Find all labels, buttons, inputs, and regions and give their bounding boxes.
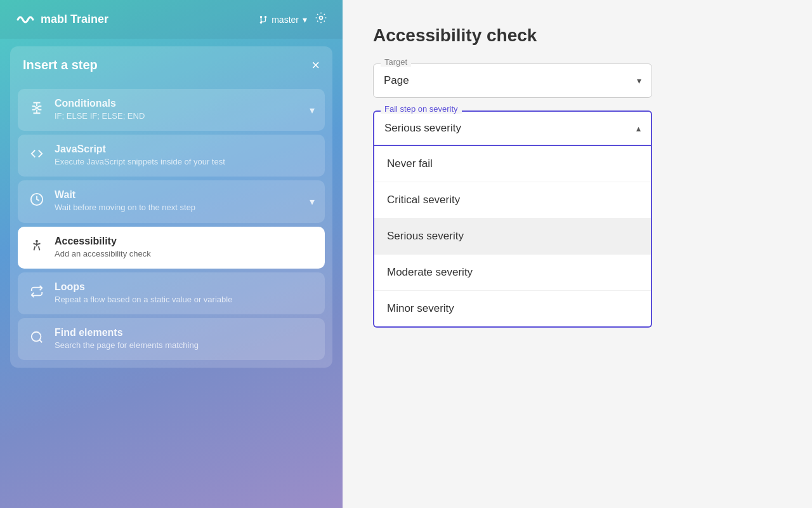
accessibility-name: Accessibility (55, 236, 315, 247)
svg-line-9 (39, 340, 42, 342)
step-item-find-elements[interactable]: Find elements Search the page for elemen… (18, 318, 325, 360)
wait-expand-button[interactable]: ▾ (310, 196, 315, 208)
javascript-icon (28, 145, 46, 163)
step-list: Conditionals IF; ELSE IF; ELSE; END ▾ Ja… (10, 84, 332, 368)
target-select[interactable]: Page ▾ (373, 64, 652, 98)
severity-option-moderate[interactable]: Moderate severity (374, 255, 651, 291)
severity-dropdown-arrow-icon: ▴ (636, 123, 641, 133)
svg-point-4 (320, 17, 323, 20)
close-button[interactable]: × (311, 58, 320, 72)
insert-panel-title: Insert a step (23, 58, 98, 72)
mabl-logo-icon (15, 12, 36, 27)
branch-chevron-icon: ▾ (303, 15, 307, 25)
severity-option-minor[interactable]: Minor severity (374, 291, 651, 326)
severity-select[interactable]: Serious severity ▴ (373, 110, 652, 146)
branch-button[interactable]: master ▾ (259, 15, 307, 25)
find-elements-name: Find elements (55, 327, 315, 338)
wait-content: Wait Wait before moving on to the next s… (55, 189, 301, 213)
svg-point-6 (36, 239, 38, 242)
insert-panel: Insert a step × Conditionals IF; ELSE IF… (10, 46, 332, 368)
conditionals-icon (28, 99, 46, 117)
svg-point-8 (32, 332, 41, 342)
logo-area: mabl Trainer (15, 12, 108, 27)
find-elements-desc: Search the page for elements matching (55, 340, 315, 351)
target-value: Page (384, 74, 409, 87)
wait-desc: Wait before moving on to the next step (55, 202, 301, 213)
accessibility-content: Accessibility Add an accessibility check (55, 236, 315, 260)
target-field-group: Target Page ▾ (373, 64, 782, 98)
javascript-name: JavaScript (55, 144, 315, 155)
loops-icon (28, 283, 46, 300)
svg-point-0 (260, 15, 263, 18)
step-item-conditionals[interactable]: Conditionals IF; ELSE IF; ELSE; END ▾ (18, 89, 325, 131)
severity-option-serious[interactable]: Serious severity (374, 218, 651, 255)
wait-icon (28, 190, 46, 208)
step-item-javascript[interactable]: JavaScript Execute JavaScript snippets i… (18, 135, 325, 177)
target-dropdown-arrow-icon: ▾ (637, 76, 641, 86)
conditionals-expand-button[interactable]: ▾ (310, 104, 315, 116)
loops-desc: Repeat a flow based on a static value or… (55, 294, 315, 305)
severity-value: Serious severity (384, 122, 461, 135)
conditionals-desc: IF; ELSE IF; ELSE; END (55, 110, 301, 122)
conditionals-content: Conditionals IF; ELSE IF; ELSE; END (55, 98, 301, 122)
header-right: master ▾ (259, 11, 327, 27)
javascript-content: JavaScript Execute JavaScript snippets i… (55, 144, 315, 168)
find-elements-icon (28, 328, 46, 346)
left-panel: mabl Trainer master ▾ (0, 0, 343, 508)
right-panel: Accessibility check Target Page ▾ Fail s… (343, 0, 812, 508)
severity-option-critical[interactable]: Critical severity (374, 182, 651, 218)
conditionals-name: Conditionals (55, 98, 301, 109)
severity-option-never-fail[interactable]: Never fail (374, 146, 651, 182)
panel-title: Accessibility check (373, 25, 782, 46)
find-elements-content: Find elements Search the page for elemen… (55, 327, 315, 351)
severity-field-group: Fail step on severity Serious severity ▴… (373, 110, 782, 328)
wait-name: Wait (55, 189, 301, 201)
severity-label: Fail step on severity (381, 104, 462, 114)
javascript-desc: Execute JavaScript snippets inside of yo… (55, 156, 315, 168)
accessibility-icon (28, 237, 46, 255)
accessibility-desc: Add an accessibility check (55, 248, 315, 260)
app-title: mabl Trainer (41, 13, 108, 26)
branch-label: master (272, 15, 299, 25)
target-label: Target (381, 57, 411, 67)
step-item-accessibility[interactable]: Accessibility Add an accessibility check (18, 227, 325, 269)
loops-name: Loops (55, 281, 315, 293)
step-item-loops[interactable]: Loops Repeat a flow based on a static va… (18, 272, 325, 314)
severity-dropdown-menu: Never fail Critical severity Serious sev… (373, 146, 652, 328)
loops-content: Loops Repeat a flow based on a static va… (55, 281, 315, 305)
insert-header: Insert a step × (10, 46, 332, 84)
step-item-wait[interactable]: Wait Wait before moving on to the next s… (18, 180, 325, 222)
svg-point-1 (265, 15, 267, 18)
settings-button[interactable] (315, 11, 327, 27)
header-bar: mabl Trainer master ▾ (0, 0, 343, 39)
